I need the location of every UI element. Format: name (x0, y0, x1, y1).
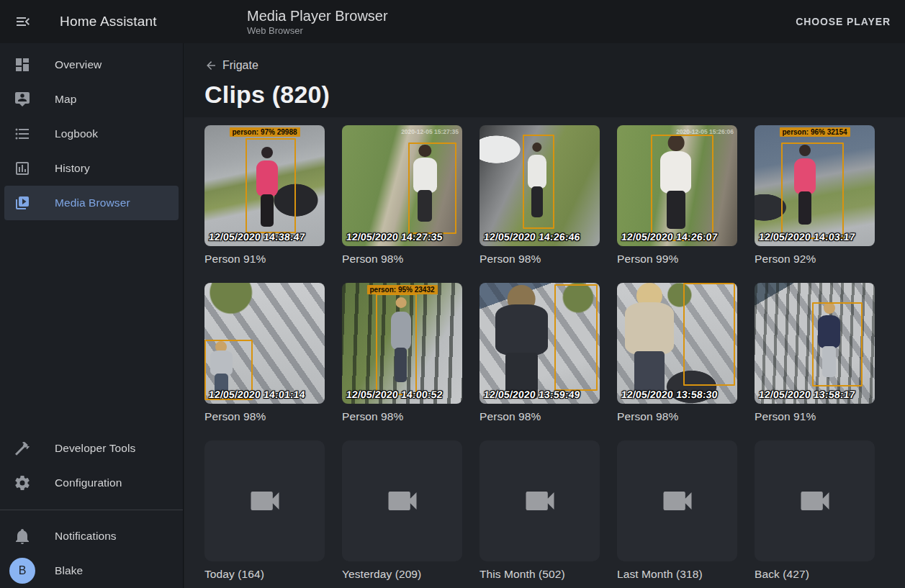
sidebar-item-label: Overview (55, 58, 102, 71)
tooltip-account-icon (14, 91, 31, 108)
clip-item: person: 97% 29988 12/05/2020 14:38:47 Pe… (204, 125, 325, 266)
timestamp-overlay: 12/05/2020 13:59:49 (483, 389, 580, 400)
video-camera-icon (796, 482, 834, 520)
sidebar-item-developer-tools[interactable]: Developer Tools (4, 431, 179, 466)
clip-caption: Person 98% (479, 410, 600, 423)
folder-thumbnail[interactable] (479, 440, 600, 561)
format-list-bulleted-icon (14, 125, 31, 143)
sidebar-item-history[interactable]: History (4, 151, 179, 186)
timestamp-overlay: 12/05/2020 14:38:47 (208, 231, 305, 243)
folder-caption: Last Month (318) (617, 568, 737, 581)
clip-item: 12/05/2020 14:26:46 Person 98% (479, 125, 600, 266)
timestamp-overlay: 12/05/2020 13:58:17 (758, 389, 855, 400)
video-camera-icon (384, 482, 421, 520)
gear-icon (14, 474, 31, 492)
folder-item: Last Month (318) (617, 440, 737, 581)
sidebar-item-media-browser[interactable]: Media Browser (4, 186, 179, 220)
detection-bounding-box (781, 143, 844, 239)
detection-bounding-box (246, 138, 296, 232)
sidebar-item-label: Map (55, 93, 76, 106)
clip-thumbnail[interactable]: person: 97% 29988 12/05/2020 14:38:47 (204, 125, 325, 246)
content-title: Clips (820) (204, 81, 905, 109)
clip-thumbnail[interactable]: 12/05/2020 13:58:30 (617, 283, 737, 404)
timestamp-overlay: 12/05/2020 14:01:14 (208, 389, 305, 400)
clip-thumbnail[interactable]: person: 95% 23432 12/05/2020 14:00:52 (342, 283, 462, 404)
media-grid: person: 97% 29988 12/05/2020 14:38:47 Pe… (204, 125, 885, 581)
sidebar-item-label: History (55, 162, 90, 175)
sidebar-item-map[interactable]: Map (4, 82, 179, 117)
clip-thumbnail[interactable]: person: 96% 32154 12/05/2020 14:03:17 (755, 125, 875, 246)
app-bar-left: Home Assistant (0, 13, 184, 30)
clip-thumbnail[interactable]: 12/05/2020 14:01:14 (204, 283, 325, 404)
person-figure (617, 283, 682, 399)
user-name: Blake (55, 564, 83, 577)
folder-thumbnail[interactable] (617, 440, 737, 561)
sidebar-item-label: Configuration (55, 476, 122, 489)
folder-caption: Back (427) (755, 568, 875, 581)
hammer-icon (14, 440, 31, 457)
detection-label: person: 97% 29988 (229, 127, 300, 137)
page-title: Media Player Browser (247, 7, 388, 24)
clip-caption: Person 98% (479, 253, 600, 266)
video-camera-icon (659, 482, 696, 520)
folder-item: Yesterday (209) (342, 440, 462, 581)
clip-item: person: 96% 32154 12/05/2020 14:03:17 Pe… (755, 125, 875, 266)
choose-player-button[interactable]: CHOOSE PLAYER (790, 9, 896, 35)
clip-item: 2020-12-05 15:27:35 12/05/2020 14:27:35 … (342, 125, 462, 266)
app-bar-center: Media Player Browser Web Browser (247, 7, 388, 37)
sidebar-item-configuration[interactable]: Configuration (4, 466, 179, 500)
clip-caption: Person 92% (755, 253, 875, 266)
play-box-multiple-icon (14, 194, 31, 212)
folder-caption: Today (164) (204, 568, 325, 581)
detection-label: person: 95% 23432 (366, 285, 437, 294)
folder-thumbnail[interactable] (204, 440, 325, 561)
clip-caption: Person 98% (617, 410, 737, 423)
sidebar-item-profile[interactable]: B Blake (4, 553, 179, 588)
bell-icon (14, 528, 31, 545)
sidebar-item-logbook[interactable]: Logbook (4, 117, 179, 151)
folder-thumbnail[interactable] (755, 440, 875, 561)
sidebar-item-label: Developer Tools (55, 442, 135, 455)
clip-thumbnail[interactable]: 12/05/2020 13:59:49 (479, 283, 600, 404)
folder-item: Back (427) (755, 440, 875, 581)
detection-bounding-box (376, 294, 417, 395)
clip-item: 12/05/2020 14:01:14 Person 98% (204, 283, 325, 423)
detection-bounding-box (523, 135, 554, 229)
clip-caption: Person 98% (342, 410, 462, 423)
app-title: Home Assistant (60, 14, 157, 30)
clip-thumbnail[interactable]: 2020-12-05 15:27:35 12/05/2020 14:27:35 (342, 125, 462, 246)
folder-caption: Yesterday (209) (342, 568, 462, 581)
video-camera-icon (246, 482, 284, 520)
clip-caption: Person 91% (204, 253, 325, 266)
clip-caption: Person 99% (617, 253, 737, 266)
view-dashboard-icon (14, 56, 31, 73)
media-browser-panel: Frigate Clips (820) person: 97% 29988 12… (184, 43, 905, 588)
sidebar-item-label: Logbook (55, 127, 98, 140)
content-header: Frigate Clips (820) (184, 43, 905, 117)
detection-bounding-box (683, 283, 735, 386)
timestamp-overlay: 12/05/2020 14:26:07 (621, 231, 718, 243)
clip-caption: Person 91% (755, 410, 875, 423)
clip-caption: Person 98% (342, 253, 462, 266)
clip-thumbnail[interactable]: 12/05/2020 14:26:46 (479, 125, 600, 246)
detection-bounding-box (554, 284, 598, 391)
sidebar-spacer (0, 220, 183, 431)
sidebar-item-label: Notifications (55, 530, 117, 543)
page-subtitle: Web Browser (247, 25, 388, 37)
folder-thumbnail[interactable] (342, 440, 462, 561)
clip-item: person: 95% 23432 12/05/2020 14:00:52 Pe… (342, 283, 462, 423)
avatar: B (9, 558, 35, 584)
clip-thumbnail[interactable]: 2020-12-05 15:26:06 12/05/2020 14:26:07 (617, 125, 737, 246)
breadcrumb[interactable]: Frigate (204, 59, 258, 72)
clip-item: 12/05/2020 13:58:17 Person 91% (755, 283, 875, 423)
menu-open-icon[interactable] (14, 13, 32, 30)
timestamp-overlay: 12/05/2020 14:26:46 (483, 231, 580, 243)
clip-thumbnail[interactable]: 12/05/2020 13:58:17 (755, 283, 875, 404)
sidebar-item-notifications[interactable]: Notifications (4, 519, 179, 553)
breadcrumb-label: Frigate (222, 59, 258, 72)
sidebar: Overview Map Logbook History Media Brows… (0, 43, 184, 588)
person-figure (487, 285, 557, 399)
clip-item: 12/05/2020 13:59:49 Person 98% (479, 283, 600, 423)
folder-caption: This Month (502) (479, 568, 600, 581)
sidebar-item-overview[interactable]: Overview (4, 48, 179, 82)
